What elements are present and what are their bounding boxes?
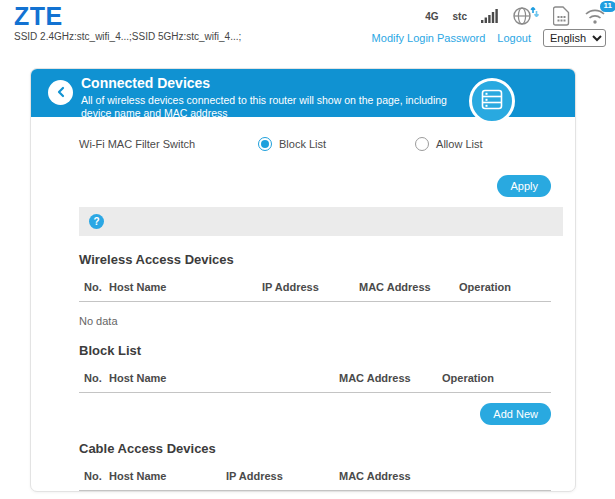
back-button[interactable] [48,80,73,105]
page-title: Connected Devices [81,75,481,92]
col-mac-address: MAC Address [359,281,459,293]
wireless-no-data: No data [79,315,551,327]
col-no: No. [79,281,109,293]
block-list-title: Block List [79,343,551,358]
device-list-icon [481,89,503,114]
cable-table-header: No. Host Name IP Address MAC Address [79,470,551,491]
col-ip-address: IP Address [262,281,359,293]
signal-bars-icon [481,8,499,24]
logout-link[interactable]: Logout [497,32,531,44]
block-table-header: No. Host Name MAC Address Operation [79,372,551,393]
add-new-button[interactable]: Add New [480,403,551,425]
col-mac-address: MAC Address [339,470,551,482]
connected-devices-panel: Connected Devices All of wireless device… [30,68,576,492]
allow-list-radio-label: Allow List [436,138,482,150]
internet-globe-icon [513,6,539,26]
radio-unselected-icon[interactable] [415,137,429,151]
block-list-radio-label: Block List [279,138,326,150]
sim-card-icon [553,6,570,26]
col-operation: Operation [459,281,551,293]
wifi-mac-filter-label: Wi-Fi MAC Filter Switch [79,138,258,150]
col-no: No. [79,372,109,384]
zte-logo: ZTE [14,2,63,31]
radio-selected-icon[interactable] [258,137,272,151]
col-mac-address: MAC Address [339,372,442,384]
account-links: Modify Login Password Logout English [372,29,606,47]
col-ip-address: IP Address [226,470,339,482]
wireless-access-devices-title: Wireless Access Devices [79,252,551,267]
page-description: All of wireless devices connected to thi… [81,94,477,120]
ssid-info: SSID 2.4GHz:stc_wifi_4...;SSID 5GHz:stc_… [14,31,241,42]
panel-header: Connected Devices All of wireless device… [31,69,575,117]
wireless-table-header: No. Host Name IP Address MAC Address Ope… [79,281,551,302]
help-icon[interactable]: ? [89,214,104,229]
col-host-name: Host Name [109,281,262,293]
col-operation: Operation [442,372,551,384]
wifi-mac-filter-row: Wi-Fi MAC Filter Switch Block List Allow… [79,137,551,151]
modify-login-password-link[interactable]: Modify Login Password [372,32,486,44]
cable-access-devices-title: Cable Access Devices [79,441,551,456]
col-host-name: Host Name [109,470,226,482]
carrier-label: stc [453,11,467,22]
allow-list-radio[interactable]: Allow List [415,137,482,151]
network-type-label: 4G [425,11,438,22]
block-list-radio[interactable]: Block List [258,137,326,151]
help-bar: ? [79,207,563,236]
wifi-icon: 11 [584,7,606,25]
top-bar: ZTE SSID 2.4GHz:stc_wifi_4...;SSID 5GHz:… [0,0,615,62]
language-select[interactable]: English [543,29,606,47]
apply-button[interactable]: Apply [497,175,551,197]
col-no: No. [79,470,109,482]
chevron-left-icon [56,84,66,102]
devices-badge [469,78,515,124]
wifi-count-badge: 11 [600,1,615,12]
col-host-name: Host Name [109,372,339,384]
status-icons: 4G stc [425,6,606,26]
